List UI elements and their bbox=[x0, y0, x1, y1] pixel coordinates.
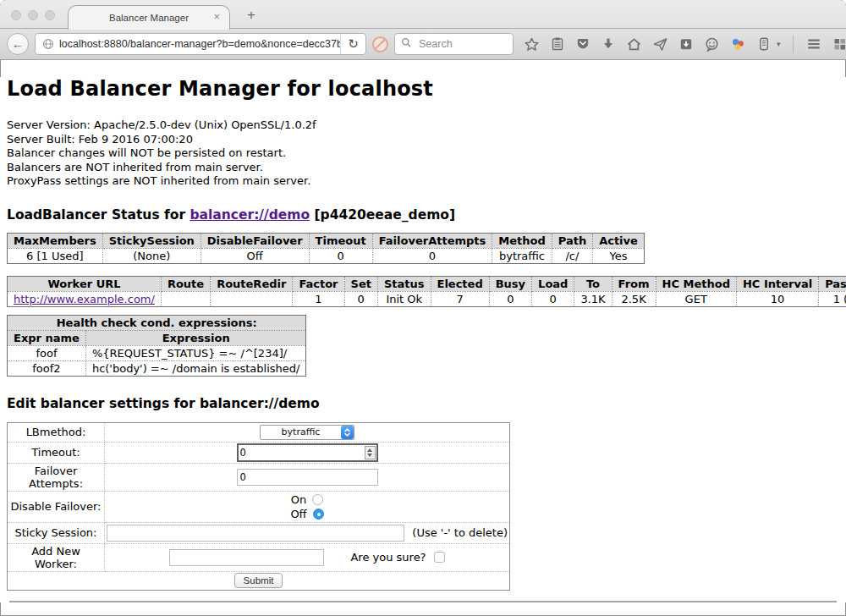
failover-on-radio[interactable] bbox=[312, 494, 323, 505]
timeout-label: Timeout: bbox=[8, 442, 105, 463]
cell-path: /c/ bbox=[552, 248, 592, 263]
bottom-rule bbox=[9, 601, 837, 602]
cell-expression: hc('body') =~ /domain is established/ bbox=[85, 360, 306, 376]
browser-window: Balancer Manager × + ← ↻ bbox=[0, 0, 846, 616]
sticky-session-input[interactable] bbox=[107, 525, 404, 542]
add-worker-input[interactable] bbox=[169, 549, 324, 566]
adblock-icon[interactable] bbox=[372, 36, 388, 52]
lbmethod-select[interactable]: bytraffic bbox=[260, 425, 354, 440]
col-header: Path bbox=[552, 233, 592, 248]
cell-hc-method: GET bbox=[656, 291, 736, 306]
cell-expr-name: foof bbox=[8, 345, 86, 360]
share-icon[interactable] bbox=[652, 36, 668, 52]
home-icon[interactable] bbox=[626, 36, 642, 52]
table-header-row: Worker URL Route RouteRedir Factor Set S… bbox=[8, 276, 846, 291]
tab-balancer-manager[interactable]: Balancer Manager × bbox=[68, 5, 230, 30]
toolbar-icons: ▾ bbox=[524, 36, 846, 53]
off-label: Off bbox=[290, 508, 306, 520]
container-caret-icon[interactable]: ▾ bbox=[777, 40, 781, 48]
server-info: Server Version: Apache/2.5.0-dev (Unix) … bbox=[7, 118, 839, 189]
col-header: Set bbox=[344, 276, 377, 291]
col-header: MaxMembers bbox=[8, 233, 103, 248]
form-row-failover-attempts: Failover Attempts: bbox=[8, 463, 510, 491]
lbmethod-label: LBmethod: bbox=[8, 422, 105, 442]
zoom-window-button[interactable] bbox=[45, 10, 55, 20]
tab-bar: Balancer Manager × + bbox=[0, 0, 846, 29]
back-button[interactable]: ← bbox=[7, 33, 29, 55]
cell-from: 2.5K bbox=[612, 291, 656, 306]
reload-button[interactable]: ↻ bbox=[340, 34, 365, 54]
form-row-sticky-session: Sticky Session: (Use '-' to delete) bbox=[8, 522, 510, 543]
download-icon[interactable] bbox=[601, 36, 616, 52]
failover-off-radio[interactable] bbox=[313, 509, 324, 520]
form-row-disable-failover: Disable Failover: On Off bbox=[8, 491, 510, 522]
col-header: FailoverAttempts bbox=[372, 233, 492, 248]
cell-passes: 1 (0) bbox=[819, 291, 846, 306]
url-input[interactable] bbox=[59, 38, 340, 50]
search-input[interactable] bbox=[417, 37, 508, 51]
close-window-button[interactable] bbox=[11, 10, 21, 20]
url-bar[interactable]: ↻ bbox=[35, 33, 366, 55]
search-bar[interactable] bbox=[394, 33, 514, 55]
col-header: Passes bbox=[819, 276, 846, 291]
hamburger-menu-icon[interactable] bbox=[805, 36, 822, 52]
col-header: Worker URL bbox=[8, 276, 162, 291]
col-header: Status bbox=[377, 276, 431, 291]
cell-expr-name: foof2 bbox=[8, 360, 86, 376]
save-page-icon[interactable] bbox=[678, 36, 694, 52]
col-header: StickySession bbox=[102, 233, 201, 248]
are-you-sure-label: Are you sure? bbox=[350, 551, 426, 564]
pocket-icon[interactable] bbox=[575, 36, 591, 52]
table-row: foof2 hc('body') =~ /domain is establish… bbox=[8, 360, 306, 376]
reload-icon: ↻ bbox=[348, 36, 359, 52]
cell-set: 0 bbox=[344, 291, 377, 306]
toolbar-separator bbox=[793, 36, 794, 53]
persist-note-line: Balancer changes will NOT be persisted o… bbox=[7, 146, 839, 161]
bookmark-star-icon[interactable] bbox=[524, 36, 540, 52]
col-header: To bbox=[574, 276, 612, 291]
cell-load: 0 bbox=[532, 291, 574, 306]
colored-dots-icon[interactable] bbox=[730, 36, 746, 52]
health-check-table: Health check cond. expressions: Expr nam… bbox=[7, 315, 306, 377]
col-header: Factor bbox=[293, 276, 344, 291]
are-you-sure-checkbox[interactable] bbox=[434, 552, 445, 563]
sticky-session-hint: (Use '-' to delete) bbox=[412, 526, 508, 539]
submit-button[interactable]: Submit bbox=[234, 573, 283, 588]
search-icon bbox=[400, 36, 413, 52]
table-title-row: Health check cond. expressions: bbox=[8, 315, 306, 330]
cell-route bbox=[161, 291, 210, 306]
number-spinner-icon[interactable] bbox=[365, 446, 376, 459]
form-row-timeout: Timeout: bbox=[8, 442, 510, 463]
status-heading-prefix: LoadBalancer Status for bbox=[7, 207, 190, 223]
sticky-session-label: Sticky Session: bbox=[8, 522, 105, 543]
col-header: Timeout bbox=[309, 233, 372, 248]
reading-list-icon[interactable] bbox=[550, 36, 565, 52]
tiles-icon[interactable] bbox=[832, 36, 846, 52]
cell-timeout: 0 bbox=[309, 248, 372, 263]
server-version-line: Server Version: Apache/2.5.0-dev (Unix) … bbox=[7, 118, 839, 133]
hello-smiley-icon[interactable] bbox=[704, 36, 720, 52]
disable-failover-label: Disable Failover: bbox=[8, 491, 105, 522]
col-header: From bbox=[612, 276, 656, 291]
col-header: HC Method bbox=[656, 276, 736, 291]
col-header: HC Interval bbox=[736, 276, 818, 291]
lbmethod-cell: bytraffic bbox=[105, 422, 510, 442]
cell-disablefailover: Off bbox=[201, 248, 309, 263]
worker-url-link[interactable]: http://www.example.com/ bbox=[14, 293, 155, 305]
tab-close-icon[interactable]: × bbox=[213, 11, 220, 22]
balancer-demo-link[interactable]: balancer://demo bbox=[190, 207, 310, 223]
timeout-cell bbox=[105, 442, 510, 463]
new-tab-button[interactable]: + bbox=[247, 7, 255, 24]
worker-table: Worker URL Route RouteRedir Factor Set S… bbox=[7, 276, 846, 307]
failover-attempts-input[interactable] bbox=[237, 469, 378, 486]
cell-active: Yes bbox=[593, 248, 645, 263]
col-header: DisableFailover bbox=[201, 233, 309, 248]
submit-cell: Submit bbox=[8, 571, 510, 590]
form-row-add-worker: Add New Worker: Are you sure? bbox=[8, 543, 510, 571]
tab-title: Balancer Manager bbox=[109, 13, 189, 23]
disable-failover-cell: On Off bbox=[105, 491, 510, 522]
minimize-window-button[interactable] bbox=[28, 10, 38, 20]
form-row-submit: Submit bbox=[8, 571, 510, 590]
timeout-input[interactable] bbox=[239, 447, 365, 459]
container-icon[interactable] bbox=[756, 36, 772, 52]
